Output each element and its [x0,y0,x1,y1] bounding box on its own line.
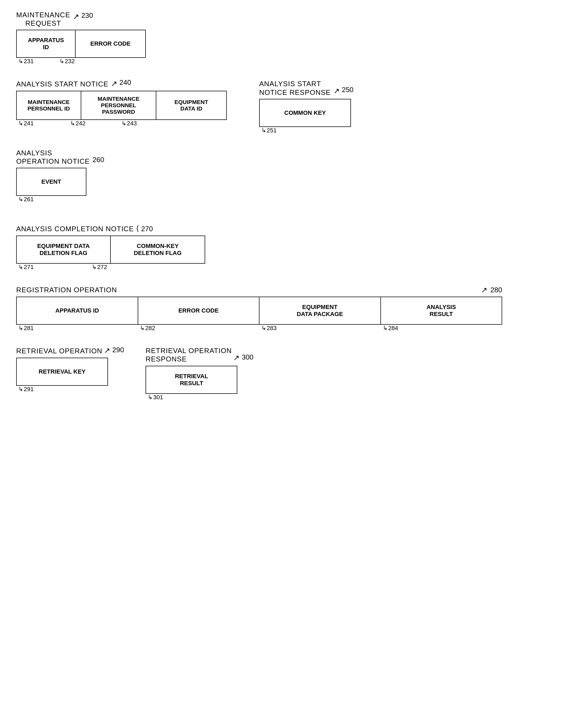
apparatus-id-reg-ref-curve: ↳ [18,325,23,332]
analysis-start-notice-response-ref-arrow: ↗ [333,86,340,95]
common-key-deletion-ref-curve: ↳ [92,264,97,271]
error-code-cell-reg: ERROR CODE [138,297,260,324]
retrieval-operation-section: RETRIEVAL OPERATION ↗ 290 RETRIEVAL KEY … [16,347,124,393]
analysis-operation-notice-section: ANALYSISOPERATION NOTICE 260 EVENT ↳ 261 [16,149,572,203]
analysis-completion-notice-ref: 270 [141,225,153,233]
retrieval-key-ref: 291 [24,386,34,393]
analysis-start-notice-title: ANALYSIS START NOTICE [16,80,108,88]
personnel-pwd-ref-curve: ↳ [70,120,75,127]
retrieval-operation-box: RETRIEVAL KEY [16,358,108,386]
retrieval-operation-response-ref-arrow: ↗ [233,353,239,362]
analysis-result-cell: ANALYSISRESULT [381,297,502,324]
analysis-start-notice-section: ANALYSIS START NOTICE ↗ 240 MAINTENANCEP… [16,80,227,127]
apparatus-id-cell: APPARATUSID [17,30,76,57]
analysis-start-notice-response-box: COMMON KEY [259,99,351,127]
retrieval-operation-response-title: RETRIEVAL OPERATIONRESPONSE [146,347,232,363]
apparatus-id-ref: 231 [24,58,34,65]
error-code-ref: 232 [65,58,75,65]
analysis-start-notice-response-ref: 250 [342,86,353,94]
analysis-completion-notice-ref-slash: ⟨ [136,224,139,233]
error-code-reg-ref-curve: ↳ [140,325,145,332]
common-key-ref-curve: ↳ [261,127,266,134]
analysis-start-notice-response-title: ANALYSIS STARTNOTICE RESPONSE [259,80,331,97]
registration-operation-section: REGISTRATION OPERATION ↗ 280 APPARATUS I… [16,286,572,332]
retrieval-row: RETRIEVAL OPERATION ↗ 290 RETRIEVAL KEY … [16,347,572,401]
analysis-start-notice-ref-arrow: ↗ [111,79,117,88]
retrieval-operation-response-section: RETRIEVAL OPERATIONRESPONSE ↗ 300 RETRIE… [146,347,253,401]
event-ref: 261 [24,196,34,203]
equipment-data-package-ref-curve: ↳ [261,325,266,332]
analysis-completion-notice-box: EQUIPMENT DATADELETION FLAG COMMON-KEYDE… [16,235,205,264]
retrieval-operation-response-ref: 300 [241,353,253,362]
retrieval-operation-ref-arrow: ↗ [104,346,110,355]
personnel-id-ref: 241 [24,120,34,127]
equip-data-id-ref: 243 [127,120,137,127]
analysis-result-ref: 284 [388,325,398,332]
maintenance-personnel-id-cell: MAINTENANCEPERSONNEL ID [17,91,81,119]
retrieval-key-ref-curve: ↳ [18,386,23,393]
personnel-pwd-ref: 242 [76,120,86,127]
maintenance-request-ref: 230 [81,11,93,20]
equipment-data-package-cell: EQUIPMENTDATA PACKAGE [259,297,381,324]
maintenance-request-section: MAINTENANCEREQUEST ↗ 230 APPARATUSID ERR… [16,11,572,65]
registration-operation-title: REGISTRATION OPERATION [16,286,117,294]
event-cell: EVENT [17,168,86,195]
equip-deletion-ref: 271 [24,264,34,271]
apparatus-id-cell-reg: APPARATUS ID [17,297,138,324]
equip-deletion-ref-curve: ↳ [18,264,23,271]
equipment-data-package-ref: 283 [267,325,277,332]
analysis-start-notice-box: MAINTENANCEPERSONNEL ID MAINTENANCEPERSO… [16,91,227,120]
retrieval-operation-ref: 290 [112,346,124,354]
registration-operation-ref-arrow: ↗ [481,286,487,294]
retrieval-result-ref-curve: ↳ [148,394,152,401]
analysis-operation-notice-title: ANALYSISOPERATION NOTICE [16,149,90,166]
personnel-id-ref-curve: ↳ [18,120,23,127]
common-key-cell-response: COMMON KEY [260,99,351,126]
retrieval-operation-title: RETRIEVAL OPERATION [16,347,102,355]
event-ref-curve: ↳ [18,196,23,203]
analysis-completion-notice-title: ANALYSIS COMPLETION NOTICE [16,225,134,233]
maintenance-request-ref-arrow: ↗ [73,12,79,21]
registration-operation-ref: 280 [490,286,502,294]
maintenance-request-box: APPARATUSID ERROR CODE [16,30,146,58]
retrieval-result-ref: 301 [153,394,163,401]
analysis-row: ANALYSIS START NOTICE ↗ 240 MAINTENANCEP… [16,80,572,134]
registration-operation-box: APPARATUS ID ERROR CODE EQUIPMENTDATA PA… [16,296,502,325]
common-key-ref: 251 [267,127,277,134]
equipment-data-id-cell-notice: EQUIPMENTDATA ID [156,91,226,119]
analysis-operation-notice-ref-num: 260 [92,156,104,164]
equipment-data-deletion-flag-cell: EQUIPMENT DATADELETION FLAG [17,236,111,263]
analysis-start-notice-ref: 240 [119,78,131,87]
maintenance-request-title: MAINTENANCEREQUEST [16,11,70,27]
equip-data-id-ref-curve: ↳ [122,120,126,127]
common-key-deletion-ref: 272 [97,264,107,271]
error-code-cell: ERROR CODE [76,30,145,57]
retrieval-operation-response-box: RETRIEVALRESULT [146,366,237,394]
analysis-result-ref-curve: ↳ [383,325,388,332]
common-key-deletion-flag-cell: COMMON-KEYDELETION FLAG [111,236,205,263]
apparatus-id-ref-curve: ↳ [18,58,23,65]
retrieval-result-cell: RETRIEVALRESULT [146,366,237,393]
analysis-start-notice-response-section: ANALYSIS STARTNOTICE RESPONSE ↗ 250 COMM… [259,80,353,134]
analysis-completion-notice-section: ANALYSIS COMPLETION NOTICE ⟨ 270 EQUIPME… [16,224,572,271]
error-code-ref-curve: ↳ [59,58,64,65]
retrieval-key-cell: RETRIEVAL KEY [17,358,107,385]
analysis-operation-notice-box: EVENT [16,168,86,196]
apparatus-id-reg-ref: 281 [24,325,34,332]
error-code-reg-ref: 282 [145,325,155,332]
maintenance-personnel-password-cell: MAINTENANCEPERSONNELPASSWORD [81,91,156,119]
